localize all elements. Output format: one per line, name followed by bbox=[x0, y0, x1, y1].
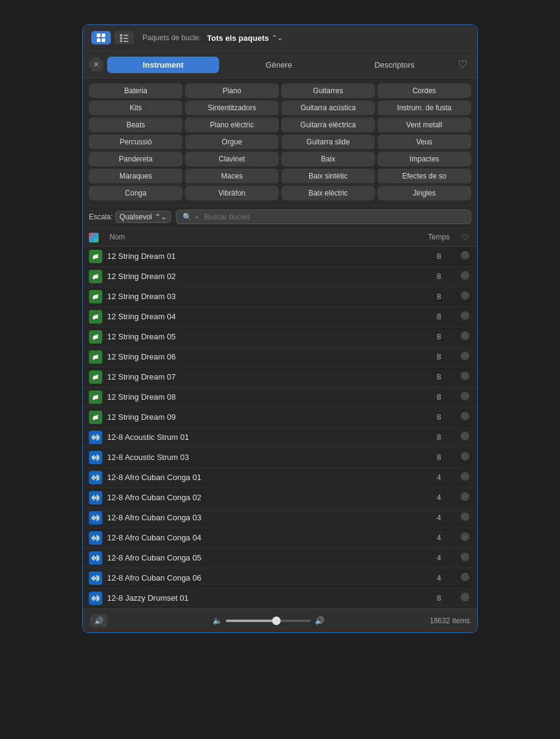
row-favorite[interactable] bbox=[459, 532, 471, 543]
category-button[interactable]: Clavinet bbox=[185, 152, 279, 166]
table-row[interactable]: 12 String Dream 048 bbox=[83, 307, 477, 327]
table-row[interactable]: 12-8 Afro Cuban Conga 044 bbox=[83, 528, 477, 548]
row-favorite[interactable] bbox=[459, 291, 471, 302]
table-row[interactable]: 12-8 Jazzy Drumset 018 bbox=[83, 589, 477, 609]
table-row[interactable]: 12 String Dream 068 bbox=[83, 347, 477, 367]
category-button[interactable]: Instrum. de fusta bbox=[377, 101, 471, 115]
row-icon bbox=[89, 471, 102, 484]
table-row[interactable]: 12-8 Afro Cuban Conga 024 bbox=[83, 488, 477, 508]
row-favorite[interactable] bbox=[459, 573, 471, 583]
svg-point-11 bbox=[96, 256, 99, 258]
category-button[interactable]: Vent metall bbox=[377, 118, 471, 132]
row-tempo: 4 bbox=[424, 493, 454, 502]
favorites-button[interactable]: ♡ bbox=[454, 56, 471, 73]
volume-slider[interactable] bbox=[226, 620, 311, 622]
category-button[interactable]: Guitarra slide bbox=[281, 135, 375, 149]
table-row[interactable]: 12-8 Afro Cuban Conga 064 bbox=[83, 568, 477, 589]
svg-point-26 bbox=[93, 417, 96, 420]
row-favorite[interactable] bbox=[459, 432, 471, 442]
row-favorite[interactable] bbox=[459, 412, 471, 422]
category-button[interactable]: Piano bbox=[185, 83, 279, 98]
category-button[interactable]: Maces bbox=[185, 169, 279, 183]
category-button[interactable]: Pandereta bbox=[89, 152, 183, 166]
row-favorite[interactable] bbox=[459, 492, 471, 503]
fav-circle-icon bbox=[461, 392, 469, 400]
row-favorite[interactable] bbox=[459, 311, 471, 322]
row-favorite[interactable] bbox=[459, 472, 471, 483]
category-button[interactable]: Sintentitzadors bbox=[185, 101, 279, 115]
category-button[interactable]: Conga bbox=[89, 186, 183, 200]
svg-rect-9 bbox=[124, 41, 128, 42]
tab-genre[interactable]: Gènere bbox=[223, 57, 335, 73]
category-button[interactable]: Impactes bbox=[377, 152, 471, 166]
svg-rect-6 bbox=[120, 37, 122, 40]
tab-descriptors[interactable]: Descriptors bbox=[338, 57, 450, 73]
table-row[interactable]: 12-8 Acoustic Strum 038 bbox=[83, 448, 477, 468]
row-favorite[interactable] bbox=[459, 392, 471, 402]
category-button[interactable]: Veus bbox=[377, 135, 471, 149]
category-button[interactable]: Guitarra acústica bbox=[281, 101, 375, 115]
row-icon bbox=[89, 310, 102, 324]
packet-selector[interactable]: Tots els paquets ⌃⌄ bbox=[207, 34, 282, 43]
category-button[interactable]: Guitarra elèctrica bbox=[281, 118, 375, 132]
table-row[interactable]: 12 String Dream 088 bbox=[83, 387, 477, 408]
chevron-icon: ⌃⌄ bbox=[271, 34, 282, 42]
table-row[interactable]: 12-8 Afro Cuban Conga 054 bbox=[83, 548, 477, 568]
category-button[interactable]: Jingles bbox=[377, 186, 471, 200]
row-favorite[interactable] bbox=[459, 271, 471, 281]
close-button[interactable]: ✕ bbox=[89, 57, 103, 72]
row-favorite[interactable] bbox=[459, 251, 471, 261]
row-favorite[interactable] bbox=[459, 593, 471, 603]
row-tempo: 4 bbox=[424, 513, 454, 522]
category-button[interactable]: Guitarres bbox=[281, 83, 375, 98]
table-row[interactable]: 12 String Dream 058 bbox=[83, 327, 477, 347]
row-favorite[interactable] bbox=[459, 452, 471, 462]
table-row[interactable]: 12 String Dream 018 bbox=[83, 247, 477, 267]
table-row[interactable]: 12 String Dream 028 bbox=[83, 267, 477, 287]
category-button[interactable]: Cordes bbox=[377, 83, 471, 98]
category-button[interactable]: Beats bbox=[89, 118, 183, 132]
fav-circle-icon bbox=[461, 331, 469, 340]
table-row[interactable]: 12-8 Afro Cuban Conga 014 bbox=[83, 468, 477, 488]
category-button[interactable]: Maraques bbox=[89, 169, 183, 183]
row-tempo: 8 bbox=[424, 593, 454, 603]
category-button[interactable]: Orgue bbox=[185, 135, 279, 149]
list-view-button[interactable] bbox=[114, 31, 134, 44]
tab-instrument[interactable]: Instrument bbox=[107, 57, 219, 73]
category-button[interactable]: Efectes de so bbox=[377, 169, 471, 183]
row-favorite[interactable] bbox=[459, 372, 471, 382]
row-tempo: 4 bbox=[424, 573, 454, 582]
svg-rect-53 bbox=[92, 536, 93, 539]
col-name-header: Nom bbox=[110, 233, 419, 241]
row-icon bbox=[89, 571, 102, 585]
table-row[interactable]: 12 String Dream 038 bbox=[83, 287, 477, 307]
row-favorite[interactable] bbox=[459, 352, 471, 362]
row-icon bbox=[89, 491, 102, 504]
svg-rect-59 bbox=[94, 555, 95, 560]
row-favorite[interactable] bbox=[459, 553, 471, 563]
category-button[interactable]: Piano elèctric bbox=[185, 118, 279, 132]
table-row[interactable]: 12-8 Afro Cuban Conga 034 bbox=[83, 508, 477, 528]
table-row[interactable]: 12 String Dream 078 bbox=[83, 367, 477, 387]
row-icon bbox=[89, 511, 102, 525]
row-tempo: 8 bbox=[424, 332, 454, 341]
row-favorite[interactable] bbox=[459, 512, 471, 523]
category-button[interactable]: Baix elèctric bbox=[281, 186, 375, 200]
row-favorite[interactable] bbox=[459, 331, 471, 342]
table-row[interactable]: 12-8 Acoustic Strum 018 bbox=[83, 428, 477, 448]
svg-rect-72 bbox=[98, 596, 99, 600]
search-box[interactable]: 🔍 ⌄ bbox=[176, 210, 471, 224]
speaker-button[interactable]: 🔊 bbox=[90, 614, 107, 628]
category-button[interactable]: Kits bbox=[89, 101, 183, 115]
packet-value: Tots els paquets bbox=[207, 34, 269, 43]
scale-dropdown[interactable]: Qualsevol ⌃⌄ bbox=[115, 211, 170, 223]
category-button[interactable]: Bateria bbox=[89, 83, 183, 98]
category-button[interactable]: Percussió bbox=[89, 135, 183, 149]
category-button[interactable]: Baix sintètic bbox=[281, 169, 375, 183]
category-button[interactable]: Baix bbox=[281, 152, 375, 166]
table-row[interactable]: 12 String Dream 098 bbox=[83, 408, 477, 428]
search-input[interactable] bbox=[205, 213, 464, 221]
svg-point-10 bbox=[93, 256, 96, 259]
grid-view-button[interactable] bbox=[91, 31, 111, 44]
category-button[interactable]: Vibràfon bbox=[185, 186, 279, 200]
